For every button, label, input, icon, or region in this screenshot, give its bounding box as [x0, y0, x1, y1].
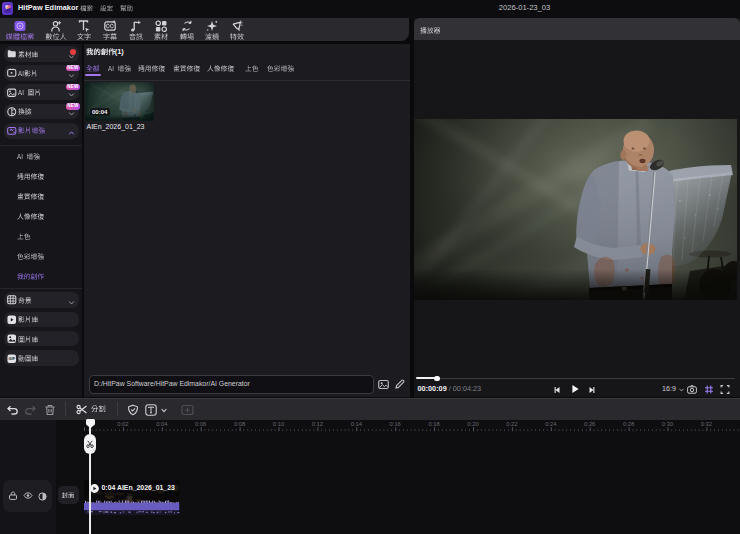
- svg-text:0:32: 0:32: [701, 421, 712, 427]
- svg-text:0:14: 0:14: [351, 421, 363, 427]
- svg-text:0:24: 0:24: [545, 421, 557, 427]
- svg-text:0:30: 0:30: [662, 421, 673, 427]
- svg-text:0:02: 0:02: [117, 421, 128, 427]
- svg-text:0:28: 0:28: [623, 421, 634, 427]
- svg-text:0:10: 0:10: [273, 421, 284, 427]
- svg-text:0:22: 0:22: [506, 421, 517, 427]
- svg-text:0:04: 0:04: [156, 421, 168, 427]
- svg-text:0:18: 0:18: [428, 421, 439, 427]
- svg-text:GIF: GIF: [8, 356, 15, 361]
- svg-text:0:08: 0:08: [234, 421, 245, 427]
- svg-text:0:06: 0:06: [195, 421, 206, 427]
- svg-text:0:26: 0:26: [584, 421, 595, 427]
- svg-text:0:12: 0:12: [312, 421, 323, 427]
- svg-text:0:20: 0:20: [467, 421, 478, 427]
- svg-text:0:16: 0:16: [390, 421, 401, 427]
